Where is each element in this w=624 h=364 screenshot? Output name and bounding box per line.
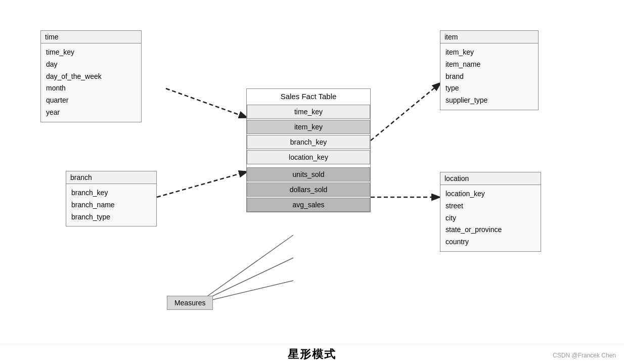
item-field-3: brand xyxy=(445,71,533,83)
branch-field-1: branch_key xyxy=(71,187,151,199)
fact-row-time-key: time_key xyxy=(247,105,370,119)
measures-label: Measures xyxy=(174,299,205,307)
fact-row-avg-sales: avg_sales xyxy=(247,198,370,212)
item-field-1: item_key xyxy=(445,47,533,59)
fact-row-location-key: location_key xyxy=(247,150,370,164)
time-table-body: time_key day day_of_the_week month quart… xyxy=(41,43,141,122)
branch-table-title: branch xyxy=(66,171,156,184)
location-table-body: location_key street city state_or_provin… xyxy=(440,185,541,251)
time-field-4: month xyxy=(46,82,136,95)
measures-box: Measures xyxy=(167,296,213,310)
time-field-3: day_of_the_week xyxy=(46,71,136,83)
time-table: time time_key day day_of_the_week month … xyxy=(40,30,142,122)
location-field-3: city xyxy=(445,212,536,224)
time-field-1: time_key xyxy=(46,47,136,59)
fact-row-item-key: item_key xyxy=(247,120,370,134)
svg-line-4 xyxy=(197,235,293,303)
fact-row-dollars-sold: dollars_sold xyxy=(247,183,370,197)
branch-table: branch branch_key branch_name branch_typ… xyxy=(66,171,157,226)
item-table-body: item_key item_name brand type supplier_t… xyxy=(440,43,538,110)
location-field-1: location_key xyxy=(445,188,536,200)
location-field-2: street xyxy=(445,200,536,212)
main-canvas: time time_key day day_of_the_week month … xyxy=(0,0,624,344)
branch-field-3: branch_type xyxy=(71,211,151,223)
location-field-4: state_or_province xyxy=(445,224,536,236)
svg-line-1 xyxy=(371,83,440,141)
item-field-4: type xyxy=(445,82,533,95)
item-table: item item_key item_name brand type suppl… xyxy=(440,30,539,110)
time-field-5: quarter xyxy=(46,95,136,107)
bottom-bar: 星形模式 xyxy=(0,344,624,364)
svg-line-2 xyxy=(157,172,246,197)
time-field-2: day xyxy=(46,59,136,71)
location-table: location location_key street city state_… xyxy=(440,172,541,252)
svg-line-0 xyxy=(166,88,246,117)
page-title: 星形模式 xyxy=(288,347,336,362)
fact-row-branch-key: branch_key xyxy=(247,135,370,149)
item-table-title: item xyxy=(440,31,538,43)
time-field-6: year xyxy=(46,107,136,119)
branch-table-body: branch_key branch_name branch_type xyxy=(66,184,156,226)
location-field-5: country xyxy=(445,236,536,248)
branch-field-2: branch_name xyxy=(71,199,151,211)
location-table-title: location xyxy=(440,172,541,185)
watermark: CSDN @Francek Chen xyxy=(553,352,616,359)
fact-row-units-sold: units_sold xyxy=(247,167,370,181)
item-field-2: item_name xyxy=(445,59,533,71)
item-field-5: supplier_type xyxy=(445,95,533,107)
time-table-title: time xyxy=(41,31,141,43)
fact-table: Sales Fact Table time_key item_key branc… xyxy=(246,88,371,212)
fact-table-title: Sales Fact Table xyxy=(247,89,370,103)
